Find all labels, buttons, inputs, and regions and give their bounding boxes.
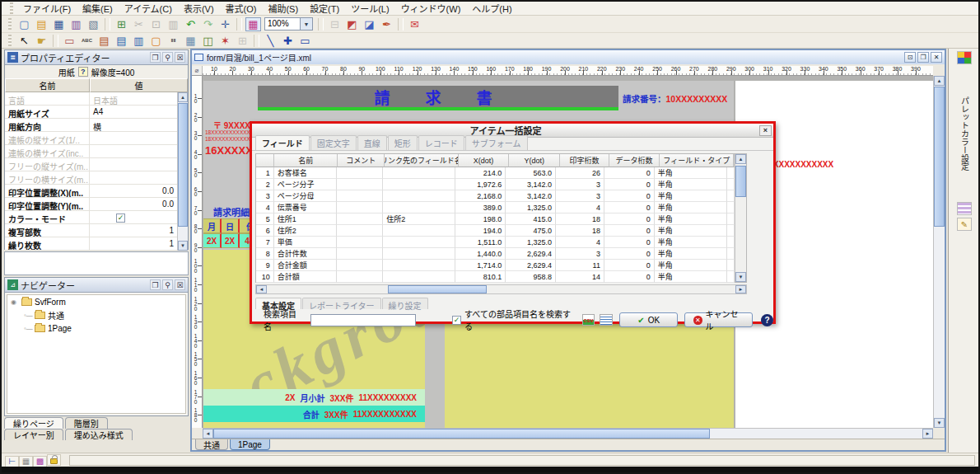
dialog-cell-x[interactable]: 1,714.0 <box>455 260 506 271</box>
dialog-table-row[interactable]: 8合計件数1,440.02,629.430半角 <box>256 248 735 260</box>
dialog-cell-link[interactable] <box>383 260 455 271</box>
dialog-cell-type[interactable]: 半角 <box>655 179 727 190</box>
property-row[interactable]: 印字位置調整(Y)(m..0.0 <box>5 198 177 211</box>
dialog-cell-print_digits[interactable]: 3 <box>556 248 604 260</box>
dialog-cell-comment[interactable] <box>337 248 383 260</box>
dialog-cell-x[interactable]: 1,972.6 <box>455 179 506 190</box>
zoom-level-combo[interactable]: 100%▼ <box>264 17 313 31</box>
undo-button[interactable]: ↶ <box>183 17 198 31</box>
dialog-column-header[interactable]: データ桁数 <box>609 154 660 167</box>
image-tool-button[interactable]: ▦ <box>183 34 198 48</box>
redo-button[interactable]: ↷ <box>200 17 216 31</box>
dialog-column-header[interactable]: 名前 <box>274 154 338 167</box>
close-panel-icon[interactable]: ☒ <box>175 52 185 63</box>
scroll-up-icon[interactable]: ▲ <box>934 76 945 86</box>
canvas-horizontal-scrollbar[interactable]: ◄ ► <box>203 428 933 439</box>
dialog-cell-x[interactable]: 1,440.0 <box>455 248 506 260</box>
scroll-down-icon[interactable]: ▼ <box>735 272 746 282</box>
dialog-cell-data_digits[interactable]: 0 <box>604 237 655 248</box>
dialog-cell-comment[interactable] <box>337 271 383 283</box>
record-tool-button[interactable]: ▤ <box>96 34 112 48</box>
select-tool-button[interactable]: ↖ <box>16 34 32 48</box>
help-button[interactable]: ? <box>761 314 773 326</box>
palette-color-icon[interactable] <box>957 51 972 64</box>
save-button[interactable]: ▦ <box>51 17 67 31</box>
dialog-cell-link[interactable] <box>383 190 455 202</box>
dialog-cell-print_digits[interactable]: 18 <box>556 214 604 225</box>
dialog-cell-name[interactable]: 合計金額 <box>274 260 337 271</box>
wizard-button[interactable]: ✒ <box>379 17 394 31</box>
total-band[interactable]: 合計 3XX件 11XXXXXXXXXX <box>203 406 425 422</box>
menu-h[interactable]: ヘルプ(H) <box>466 1 517 16</box>
csv-export-icon[interactable]: csv <box>582 314 595 326</box>
pin-panel-icon[interactable]: ⚲ <box>162 52 173 63</box>
tree-item-共通[interactable]: ◦—共通 <box>7 308 185 321</box>
group-tool-button[interactable]: ⊞ <box>235 34 250 48</box>
menu-l[interactable]: ツール(L) <box>345 1 394 16</box>
restore-window-button[interactable]: ⊡ <box>904 52 916 63</box>
dialog-cell-name[interactable]: 合計額 <box>274 271 337 283</box>
form-info-button[interactable]: ⊞ <box>114 17 129 31</box>
dialog-cell-name[interactable]: 住所2 <box>274 225 337 237</box>
dialog-cell-type[interactable]: 半角 <box>655 271 727 283</box>
pan-button[interactable]: ✛ <box>217 17 233 31</box>
property-row[interactable]: フリーの縦サイズ(m.. <box>5 158 177 171</box>
dialog-cell-data_digits[interactable]: 0 <box>604 214 655 225</box>
property-row[interactable]: 言語日本語 <box>5 92 177 106</box>
property-row[interactable]: 繰り枚数1 <box>5 237 177 251</box>
page-tab-1page[interactable]: 1Page <box>230 439 270 450</box>
detail-header-cell[interactable]: 日 <box>222 218 240 233</box>
dialog-cell-type[interactable]: 半角 <box>655 190 727 202</box>
dialog-cell-no[interactable]: 2 <box>256 179 274 190</box>
help-badge-icon[interactable]: ? <box>78 67 88 77</box>
dialog-cell-x[interactable]: 1,511.0 <box>455 237 506 248</box>
palette-brush-icon[interactable]: ✎ <box>957 218 972 231</box>
detail-section-title[interactable]: 請求明細 <box>213 205 250 218</box>
tree-toggle-icon[interactable]: ◉ <box>11 298 19 306</box>
dialog-cell-y[interactable]: 415.0 <box>506 214 556 225</box>
dialog-cell-name[interactable]: 伝票番号 <box>274 202 337 214</box>
detail-header-cell[interactable]: 月 <box>203 218 222 233</box>
dialog-table-row[interactable]: 5住所1住所2198.0415.0180半角 <box>256 214 735 225</box>
palette-grid-icon[interactable]: ▩ <box>33 456 47 467</box>
canvas-hscroll-thumb[interactable] <box>213 429 710 439</box>
property-row[interactable]: 連帳の横サイズ(inc.. <box>5 145 177 158</box>
dialog-cell-link[interactable] <box>383 179 455 190</box>
group-settings-button[interactable]: ◪ <box>362 17 377 31</box>
dialog-vscroll-thumb[interactable] <box>735 166 746 197</box>
dialog-cell-print_digits[interactable]: 11 <box>556 260 604 271</box>
dialog-cell-y[interactable]: 1,325.0 <box>506 237 556 248</box>
menu-o[interactable]: 書式(O) <box>220 1 263 16</box>
property-value[interactable]: 1 <box>90 224 177 237</box>
detail-value-cell[interactable]: 2X <box>222 233 240 248</box>
scroll-up-icon[interactable]: ▲ <box>178 92 188 102</box>
dialog-cell-link[interactable] <box>383 271 455 283</box>
dialog-cell-print_digits[interactable]: 26 <box>556 167 604 179</box>
dialog-cell-x[interactable]: 810.1 <box>455 271 506 283</box>
dialog-column-header[interactable]: X(dot) <box>459 154 510 167</box>
dialog-cell-x[interactable]: 198.0 <box>455 214 506 225</box>
dialog-cell-comment[interactable] <box>337 260 383 271</box>
dialog-table-row[interactable]: 10合計額810.1958.8140半角 <box>256 271 735 283</box>
dialog-tab-固定文字[interactable]: 固定文字 <box>310 135 357 150</box>
link-tool-button[interactable]: ✶ <box>217 34 233 48</box>
property-value[interactable]: A4 <box>90 106 177 118</box>
dialog-table-row[interactable]: 2ページ分子1,972.63,142.030半角 <box>256 179 735 190</box>
dialog-cell-x[interactable]: 194.0 <box>455 225 506 237</box>
user-settings-button[interactable]: ◩ <box>344 17 360 31</box>
property-value[interactable]: 日本語 <box>90 92 177 105</box>
dialog-table-row[interactable]: 4伝票番号389.01,325.040半角 <box>256 202 735 214</box>
property-scrollbar-thumb[interactable] <box>178 103 188 227</box>
dialog-cell-comment[interactable] <box>337 237 383 248</box>
dialog-cell-name[interactable]: ページ分子 <box>274 179 337 190</box>
tree-item-1page[interactable]: ◦—1Page <box>7 321 185 335</box>
dialog-settings-tab-繰り設定[interactable]: 繰り設定 <box>382 298 428 309</box>
dialog-cell-no[interactable]: 7 <box>256 237 274 248</box>
undock-panel-icon[interactable]: ❐ <box>150 279 161 290</box>
subform-tool-button[interactable]: ▢ <box>148 34 164 48</box>
palette-panel-title[interactable]: パレットカラー設定 <box>959 68 971 199</box>
dialog-table-row[interactable]: 6住所2194.0475.0180半角 <box>256 225 735 237</box>
cancel-button[interactable]: ✕ キャンセル <box>684 312 753 327</box>
dialog-cell-type[interactable]: 半角 <box>655 237 727 248</box>
property-value[interactable]: 0.0 <box>90 185 177 197</box>
